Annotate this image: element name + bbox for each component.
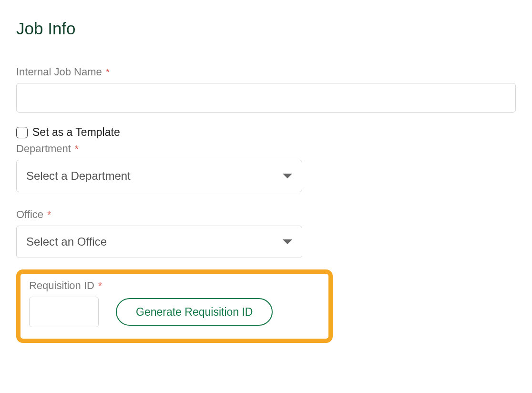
- required-asterisk: *: [47, 209, 51, 220]
- template-checkbox[interactable]: [16, 127, 28, 138]
- department-label: Department *: [16, 143, 516, 155]
- required-asterisk: *: [98, 280, 102, 291]
- department-group: Department * Select a Department: [16, 143, 516, 192]
- requisition-id-row: Generate Requisition ID: [29, 297, 320, 327]
- page-title: Job Info: [16, 19, 516, 38]
- required-asterisk: *: [106, 67, 110, 77]
- department-select[interactable]: Select a Department: [16, 160, 302, 192]
- label-text: Internal Job Name: [16, 66, 102, 78]
- internal-job-name-group: Internal Job Name *: [16, 66, 516, 113]
- office-selected-text: Select an Office: [26, 235, 107, 248]
- generate-requisition-id-button[interactable]: Generate Requisition ID: [116, 298, 273, 326]
- chevron-down-icon: [283, 239, 292, 244]
- requisition-id-input[interactable]: [29, 297, 99, 327]
- requisition-id-label: Requisition ID *: [29, 279, 320, 292]
- office-group: Office * Select an Office: [16, 208, 516, 258]
- template-checkbox-label: Set as a Template: [32, 126, 120, 139]
- label-text: Department: [16, 143, 71, 155]
- required-asterisk: *: [75, 144, 79, 154]
- requisition-id-highlighted-section: Requisition ID * Generate Requisition ID: [16, 269, 333, 343]
- internal-job-name-input[interactable]: [16, 83, 516, 113]
- template-checkbox-row: Set as a Template: [16, 126, 516, 139]
- department-selected-text: Select a Department: [26, 169, 131, 183]
- label-text: Office: [16, 208, 43, 220]
- internal-job-name-label: Internal Job Name *: [16, 66, 516, 78]
- label-text: Requisition ID: [29, 279, 94, 291]
- chevron-down-icon: [283, 174, 292, 178]
- office-select[interactable]: Select an Office: [16, 226, 302, 258]
- office-label: Office *: [16, 208, 516, 221]
